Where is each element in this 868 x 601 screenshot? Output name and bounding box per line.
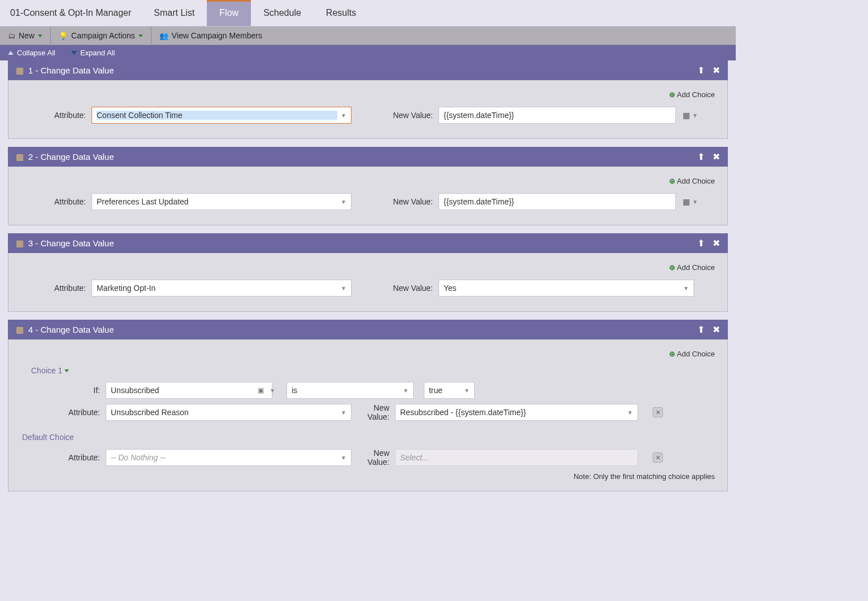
attribute-select[interactable]: Consent Collection Time ▼ bbox=[92, 107, 351, 124]
new-value-text: {{system.dateTime}} bbox=[444, 197, 671, 206]
flow-step-3: ▦ 3 - Change Data Value ⬆ ✖ ⊕Add Choice … bbox=[8, 233, 728, 312]
new-button[interactable]: 🗂 New bbox=[0, 27, 51, 45]
move-up-icon[interactable]: ⬆ bbox=[697, 151, 705, 162]
chevron-down-icon: ▼ bbox=[627, 410, 633, 416]
tab-schedule[interactable]: Schedule bbox=[251, 0, 314, 26]
move-up-icon[interactable]: ⬆ bbox=[697, 65, 705, 76]
add-choice-button[interactable]: ⊕Add Choice bbox=[21, 263, 715, 272]
new-value-input[interactable]: Resubscribed - {{system.dateTime}} ▼ bbox=[395, 404, 638, 421]
campaign-actions-button[interactable]: 💡 Campaign Actions bbox=[51, 27, 151, 45]
if-label: If: bbox=[21, 386, 106, 395]
step-header[interactable]: ▦ 4 - Change Data Value ⬆ ✖ bbox=[8, 320, 728, 339]
tab-smart-list[interactable]: Smart List bbox=[141, 0, 207, 26]
chevron-down-icon: ▼ bbox=[341, 410, 346, 416]
calendar-picker-button[interactable]: ▦ ▼ bbox=[683, 111, 698, 120]
move-up-icon[interactable]: ⬆ bbox=[697, 324, 705, 335]
close-icon[interactable]: ✖ bbox=[713, 151, 720, 162]
new-value-label: New Value: bbox=[351, 448, 395, 467]
attribute-select[interactable]: -- Do Nothing -- ▼ bbox=[106, 449, 351, 466]
expand-all-button[interactable]: Expand All bbox=[71, 49, 115, 57]
add-choice-label: Add Choice bbox=[677, 177, 715, 185]
add-icon: ⊕ bbox=[669, 350, 675, 358]
new-value-label: New Value: bbox=[388, 197, 439, 206]
flow-step-2: ▦ 2 - Change Data Value ⬆ ✖ ⊕Add Choice … bbox=[8, 147, 728, 225]
attribute-label: Attribute: bbox=[21, 111, 92, 120]
step-title: 1 - Change Data Value bbox=[28, 66, 114, 75]
step-icon: ▦ bbox=[16, 238, 24, 249]
if-value-select[interactable]: true ▼ bbox=[424, 382, 475, 399]
new-value-input[interactable]: {{system.dateTime}} bbox=[439, 107, 676, 124]
attribute-value: Unsubscribed Reason bbox=[111, 408, 337, 417]
triangle-down-icon bbox=[71, 51, 77, 55]
attribute-label: Attribute: bbox=[21, 408, 106, 417]
calendar-picker-button[interactable]: ▦ ▼ bbox=[683, 197, 698, 206]
tab-results[interactable]: Results bbox=[314, 0, 368, 26]
attribute-label: Attribute: bbox=[21, 453, 106, 462]
chevron-down-icon bbox=[138, 34, 143, 37]
chevron-down-icon bbox=[64, 369, 69, 372]
attribute-select[interactable]: Marketing Opt-In ▼ bbox=[92, 280, 351, 297]
add-choice-button[interactable]: ⊕Add Choice bbox=[21, 350, 715, 358]
new-icon: 🗂 bbox=[8, 32, 15, 40]
new-value-label: New Value: bbox=[388, 111, 439, 120]
people-icon: 👥 bbox=[159, 32, 168, 40]
attribute-select[interactable]: Preferences Last Updated ▼ bbox=[92, 193, 351, 210]
move-up-icon[interactable]: ⬆ bbox=[697, 238, 705, 249]
campaign-actions-label: Campaign Actions bbox=[71, 31, 135, 40]
add-choice-button[interactable]: ⊕Add Choice bbox=[21, 90, 715, 99]
chevron-down-icon: ▼ bbox=[341, 285, 346, 291]
if-field-select[interactable]: Unsubscribed bbox=[106, 382, 272, 399]
chevron-down-icon: ▼ bbox=[341, 455, 346, 461]
chevron-down-icon: ▼ bbox=[403, 387, 409, 394]
step-header[interactable]: ▦ 3 - Change Data Value ⬆ ✖ bbox=[8, 233, 728, 253]
tab-bar: 01-Consent & Opt-In Manager Smart List F… bbox=[0, 0, 736, 27]
close-icon: ✕ bbox=[656, 454, 661, 461]
new-value-placeholder: Select... bbox=[400, 453, 633, 462]
new-value-input[interactable]: {{system.dateTime}} bbox=[439, 193, 676, 210]
choice-note: Note: Only the first matching choice app… bbox=[21, 472, 715, 481]
attribute-label: Attribute: bbox=[21, 284, 92, 293]
remove-choice-button[interactable]: ✕ bbox=[653, 407, 663, 417]
close-icon[interactable]: ✖ bbox=[713, 238, 720, 249]
collapse-all-label: Collapse All bbox=[17, 49, 55, 57]
attribute-value: Marketing Opt-In bbox=[97, 284, 337, 293]
remove-choice-button[interactable]: ✕ bbox=[653, 452, 663, 463]
chevron-down-icon: ▼ bbox=[464, 387, 470, 394]
new-value-text: {{system.dateTime}} bbox=[444, 111, 671, 120]
add-choice-label: Add Choice bbox=[677, 90, 715, 99]
step-title: 3 - Change Data Value bbox=[28, 238, 114, 248]
close-icon[interactable]: ✖ bbox=[713, 324, 720, 335]
step-icon: ▦ bbox=[16, 152, 24, 162]
new-value-text: Yes bbox=[444, 284, 680, 293]
if-field-value: Unsubscribed bbox=[111, 386, 267, 395]
view-members-button[interactable]: 👥 View Campaign Members bbox=[151, 27, 270, 45]
new-value-input[interactable]: Yes ▼ bbox=[439, 280, 694, 297]
add-choice-button[interactable]: ⊕Add Choice bbox=[21, 177, 715, 185]
step-icon: ▦ bbox=[16, 66, 24, 76]
add-icon: ⊕ bbox=[669, 90, 675, 99]
step-header[interactable]: ▦ 1 - Change Data Value ⬆ ✖ bbox=[8, 60, 728, 80]
choice-1-label: Choice 1 bbox=[31, 366, 62, 375]
add-icon: ⊕ bbox=[669, 177, 675, 185]
chevron-down-icon[interactable]: ▼ bbox=[270, 387, 275, 394]
attribute-value: Preferences Last Updated bbox=[97, 197, 337, 206]
chevron-down-icon: ▼ bbox=[692, 199, 698, 205]
field-info-icon[interactable]: ▣ bbox=[258, 386, 264, 394]
calendar-icon: ▦ bbox=[683, 197, 690, 206]
attribute-select[interactable]: Unsubscribed Reason ▼ bbox=[106, 404, 351, 421]
new-value-label: New Value: bbox=[351, 403, 395, 421]
if-operator-select[interactable]: is ▼ bbox=[287, 382, 414, 399]
lightbulb-icon: 💡 bbox=[59, 32, 68, 40]
close-icon[interactable]: ✖ bbox=[713, 65, 720, 76]
collapse-all-button[interactable]: Collapse All bbox=[8, 49, 55, 57]
add-icon: ⊕ bbox=[669, 263, 675, 272]
step-header[interactable]: ▦ 2 - Change Data Value ⬆ ✖ bbox=[8, 147, 728, 167]
flow-step-4: ▦ 4 - Change Data Value ⬆ ✖ ⊕Add Choice … bbox=[8, 320, 728, 491]
toolbar: 🗂 New 💡 Campaign Actions 👥 View Campaign… bbox=[0, 27, 736, 45]
chevron-down-icon: ▼ bbox=[341, 199, 346, 205]
new-value-text: Resubscribed - {{system.dateTime}} bbox=[400, 408, 624, 417]
choice-1-menu[interactable]: Choice 1 bbox=[31, 366, 715, 375]
add-choice-label: Add Choice bbox=[677, 350, 715, 358]
step-title: 2 - Change Data Value bbox=[28, 152, 114, 162]
tab-flow[interactable]: Flow bbox=[207, 0, 251, 26]
